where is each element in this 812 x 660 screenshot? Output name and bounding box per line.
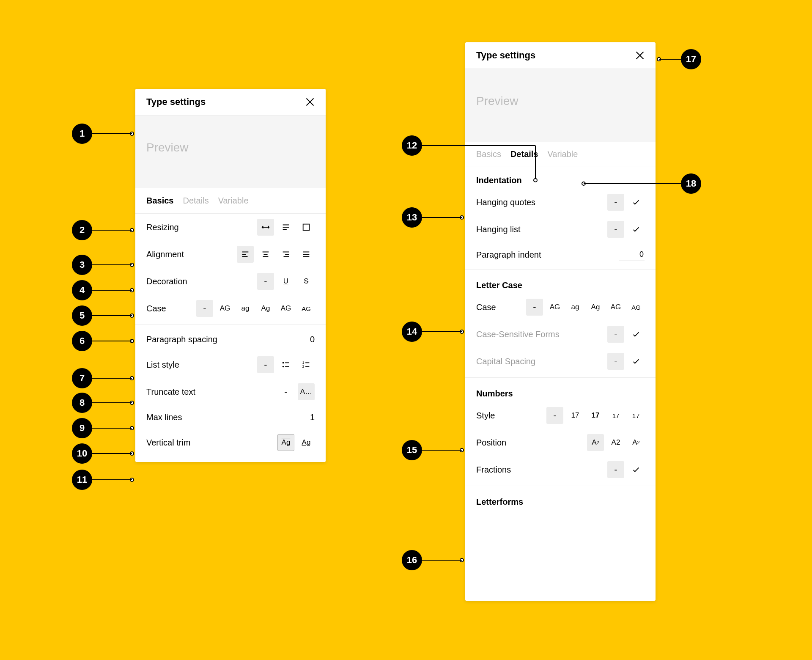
annotation-18: 18 <box>681 173 701 194</box>
numstyle-1[interactable]: 17 <box>567 407 584 424</box>
list-none[interactable]: - <box>257 356 274 373</box>
tab-details[interactable]: Details <box>183 196 209 206</box>
paragraph-indent-input[interactable] <box>619 248 645 261</box>
row-alignment: Alignment <box>135 241 326 268</box>
lc-case-sc1[interactable]: AG <box>607 299 624 316</box>
resizing-auto-height-icon[interactable] <box>277 219 294 236</box>
case-none[interactable]: - <box>196 300 213 317</box>
list-numbered-icon[interactable]: 12 <box>298 356 315 373</box>
row-hanging-quotes: Hanging quotes - <box>465 189 656 216</box>
preview-area[interactable]: Preview <box>135 116 326 188</box>
case-small1[interactable]: AG <box>277 300 294 317</box>
annotation-6: 6 <box>72 331 92 351</box>
annotation-16: 16 <box>402 550 422 570</box>
row-decoration: Decoration - U S <box>135 268 326 295</box>
numpos-normal[interactable]: A2 <box>607 434 624 451</box>
case-lower[interactable]: ag <box>237 300 254 317</box>
align-right-icon[interactable] <box>277 246 294 263</box>
vtrim-baseline-icon[interactable]: Ag <box>298 434 315 451</box>
tab-basics[interactable]: Basics <box>146 196 174 206</box>
case-title[interactable]: Ag <box>257 300 274 317</box>
numstyle-2[interactable]: 17 <box>587 407 604 424</box>
truncate-options: - A… <box>277 383 315 400</box>
fractions-on-icon[interactable] <box>628 461 645 478</box>
resizing-options <box>257 219 315 236</box>
annotation-8: 8 <box>72 393 92 413</box>
row-num-style: Style - 17 17 17 17 <box>465 402 656 429</box>
svg-text:1: 1 <box>302 361 304 365</box>
panel-title: Type settings <box>476 50 535 61</box>
label-capital-spacing: Capital Spacing <box>476 357 535 366</box>
label-lc-case: Case <box>476 302 496 312</box>
max-lines-value[interactable]: 1 <box>310 412 315 422</box>
case-small2[interactable]: AG <box>298 300 315 317</box>
annotation-10: 10 <box>72 443 92 464</box>
row-fractions: Fractions - <box>465 456 656 483</box>
close-icon[interactable] <box>635 51 645 60</box>
svg-rect-0 <box>303 224 310 231</box>
hanging-quotes-on-icon[interactable] <box>628 194 645 211</box>
vtrim-options: Ag Ag <box>277 434 315 451</box>
row-num-position: Position A2 A2 A2 <box>465 429 656 456</box>
row-resizing: Resizing <box>135 214 326 241</box>
lc-case-lower[interactable]: ag <box>567 299 584 316</box>
label-list-style: List style <box>146 360 179 370</box>
align-center-icon[interactable] <box>257 246 274 263</box>
svg-point-1 <box>283 362 284 364</box>
annotation-17: 17 <box>681 49 701 69</box>
panel-header: Type settings <box>135 89 326 116</box>
panel-header: Type settings <box>465 42 656 69</box>
hanging-quotes-off[interactable]: - <box>607 194 624 211</box>
lc-case-upper[interactable]: AG <box>546 299 563 316</box>
row-paragraph-indent: Paragraph indent <box>465 243 656 267</box>
align-left-icon[interactable] <box>237 246 254 263</box>
hanging-list-off[interactable]: - <box>607 221 624 238</box>
resizing-auto-width-icon[interactable] <box>257 219 274 236</box>
caps-on-icon[interactable] <box>628 353 645 370</box>
close-icon[interactable] <box>305 97 315 107</box>
truncate-none[interactable]: - <box>277 383 294 400</box>
numstyle-none[interactable]: - <box>546 407 563 424</box>
align-justify-icon[interactable] <box>298 246 315 263</box>
heading-numbers: Numbers <box>465 380 656 402</box>
list-bullet-icon[interactable] <box>277 356 294 373</box>
annotation-15: 15 <box>402 440 422 460</box>
tabs: Basics Details Variable <box>135 188 326 214</box>
row-case: Case - AG ag Ag AG AG <box>135 295 326 322</box>
row-truncate: Truncate text - A… <box>135 378 326 405</box>
numstyle-3[interactable]: 17 <box>607 407 624 424</box>
row-case-sensitive-forms: Case-Sensitive Forms - <box>465 321 656 348</box>
annotation-2: 2 <box>72 220 92 240</box>
numpos-sub[interactable]: A2 <box>587 434 604 451</box>
csf-on-icon[interactable] <box>628 326 645 343</box>
divider <box>135 324 326 325</box>
decoration-options: - U S <box>257 273 315 290</box>
preview-area[interactable]: Preview <box>465 69 656 142</box>
fractions-off[interactable]: - <box>607 461 624 478</box>
lc-case-none[interactable]: - <box>526 299 543 316</box>
numpos-sup[interactable]: A2 <box>628 434 645 451</box>
strikethrough-icon[interactable]: S <box>298 273 315 290</box>
lc-case-sc2[interactable]: AG <box>628 299 645 316</box>
tab-variable[interactable]: Variable <box>218 196 249 206</box>
row-max-lines: Max lines 1 <box>135 405 326 429</box>
tab-details[interactable]: Details <box>510 149 538 159</box>
annotation-7: 7 <box>72 368 92 388</box>
tab-variable[interactable]: Variable <box>548 149 578 159</box>
underline-icon[interactable]: U <box>277 273 294 290</box>
row-vertical-trim: Vertical trim Ag Ag <box>135 429 326 462</box>
paragraph-spacing-value[interactable]: 0 <box>310 335 315 344</box>
lc-case-title[interactable]: Ag <box>587 299 604 316</box>
tab-basics[interactable]: Basics <box>476 149 501 159</box>
decoration-none[interactable]: - <box>257 273 274 290</box>
numstyle-4[interactable]: 17 <box>628 407 645 424</box>
caps-off[interactable]: - <box>607 353 624 370</box>
csf-off[interactable]: - <box>607 326 624 343</box>
truncate-ellipsis[interactable]: A… <box>298 383 315 400</box>
hanging-list-on-icon[interactable] <box>628 221 645 238</box>
label-max-lines: Max lines <box>146 412 182 422</box>
resizing-fixed-icon[interactable] <box>298 219 315 236</box>
vtrim-cap-icon[interactable]: Ag <box>277 434 294 451</box>
svg-point-2 <box>283 366 284 368</box>
case-upper[interactable]: AG <box>217 300 233 317</box>
